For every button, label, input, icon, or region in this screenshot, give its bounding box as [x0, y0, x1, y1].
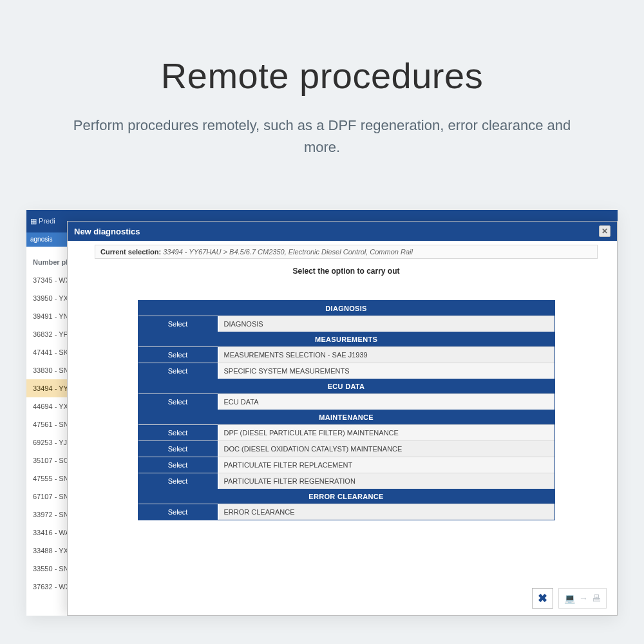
options-grid: DIAGNOSISSelectDIAGNOSISMEASUREMENTSSele… [138, 300, 555, 520]
option-label: DIAGNOSIS [219, 316, 554, 332]
tab-diagnosis[interactable]: agnosis [30, 236, 52, 243]
select-button[interactable]: Select [138, 425, 219, 440]
laptop-icon: 💻 [564, 593, 575, 603]
new-diagnostics-modal: New diagnostics ✕ Current selection: 334… [67, 221, 618, 616]
transfer-button[interactable]: 💻 → 🖶 [558, 588, 607, 609]
option-label: MEASUREMENTS SELECTION - SAE J1939 [219, 347, 554, 363]
category-header: MAINTENANCE [138, 410, 554, 424]
modal-header: New diagnostics ✕ [68, 222, 617, 241]
select-button[interactable]: Select [138, 394, 219, 410]
option-row: SelectDPF (DIESEL PARTICULATE FILTER) MA… [138, 424, 554, 440]
option-label: PARTICULATE FILTER REPLACEMENT [219, 457, 554, 473]
modal-close-button[interactable]: ✕ [599, 225, 611, 237]
select-button[interactable]: Select [138, 316, 219, 332]
option-row: SelectSPECIFIC SYSTEM MEASUREMENTS [138, 363, 554, 379]
select-button[interactable]: Select [138, 441, 219, 457]
option-label: DOC (DIESEL OXIDATION CATALYST) MAINTENA… [219, 441, 554, 457]
current-selection-bar: Current selection: 33494 - YY67HAU > B4.… [95, 245, 598, 259]
page-title: Remote procedures [0, 55, 644, 97]
option-label: SPECIFIC SYSTEM MEASUREMENTS [219, 363, 554, 379]
x-icon: ✖ [538, 591, 547, 605]
arrow-right-icon: → [579, 593, 588, 603]
select-button[interactable]: Select [138, 473, 219, 489]
page-subtitle: Perform procedures remotely, such as a D… [58, 115, 586, 158]
select-button[interactable]: Select [138, 457, 219, 473]
current-selection-label: Current selection: [100, 248, 161, 256]
category-header: DIAGNOSIS [138, 301, 554, 316]
option-row: SelectMEASUREMENTS SELECTION - SAE J1939 [138, 346, 554, 363]
select-button[interactable]: Select [138, 504, 219, 520]
option-label: ECU DATA [219, 394, 554, 410]
option-row: SelectECU DATA [138, 393, 554, 410]
select-button[interactable]: Select [138, 347, 219, 363]
option-label: PARTICULATE FILTER REGENERATION [219, 473, 554, 489]
current-selection-value: 33494 - YY67HAU > B4.5/6.7 CM2350, Elect… [163, 248, 413, 256]
category-header: ECU DATA [138, 379, 554, 393]
modal-title: New diagnostics [74, 227, 140, 236]
cancel-button[interactable]: ✖ [532, 588, 553, 609]
category-header: MEASUREMENTS [138, 332, 554, 346]
option-row: SelectERROR CLEARANCE [138, 504, 554, 520]
modal-instruction: Select the option to carry out [95, 267, 598, 276]
select-button[interactable]: Select [138, 363, 219, 379]
category-header: ERROR CLEARANCE [138, 489, 554, 504]
option-row: SelectDOC (DIESEL OXIDATION CATALYST) MA… [138, 440, 554, 457]
printer-icon: 🖶 [592, 593, 601, 603]
modal-footer: ✖ 💻 → 🖶 [532, 588, 607, 609]
app-screenshot: ▦ Predi agnosis Number pl 37345 - WX3395… [26, 210, 618, 616]
option-row: SelectPARTICULATE FILTER REPLACEMENT [138, 457, 554, 473]
option-label: ERROR CLEARANCE [219, 504, 554, 520]
option-row: SelectPARTICULATE FILTER REGENERATION [138, 473, 554, 489]
app-logo: ▦ Predi [30, 217, 55, 225]
option-label: DPF (DIESEL PARTICULATE FILTER) MAINTENA… [219, 425, 554, 440]
option-row: SelectDIAGNOSIS [138, 316, 554, 332]
close-icon: ✕ [601, 227, 608, 236]
